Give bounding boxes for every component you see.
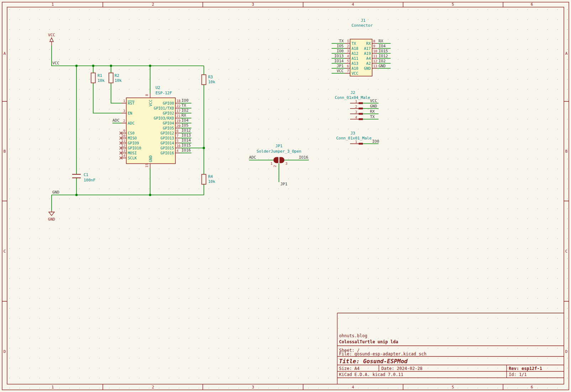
r2-value: 10k (115, 78, 122, 83)
j1-pin-number: 9 (373, 44, 375, 48)
u2-pin-name: MOSI (128, 151, 137, 155)
u2-pin-number: 20 (176, 124, 181, 128)
j1-pin-number: 8 (373, 39, 375, 43)
j1-pin-name: TX (351, 41, 356, 46)
u2-pin-name: GND (148, 155, 153, 162)
u2-pin-name: VCC (148, 100, 153, 106)
col-label-top: 4 (352, 2, 354, 7)
u2-pin-number: 9 (123, 129, 125, 133)
u2-pin-name: EN (128, 111, 132, 115)
sheet-frame (2, 2, 569, 390)
titleblock-tool: KiCad E.D.A. kicad 7.0.11 (339, 372, 403, 377)
net-label: TX (181, 103, 186, 108)
u2-pin-number: 7 (176, 134, 179, 138)
row-label-right: D (565, 349, 568, 354)
net-label: JP1 (280, 182, 287, 186)
net-label: IO15 (181, 143, 191, 148)
col-label-bottom: 6 (531, 385, 533, 390)
j1-pin-name: A17 (364, 46, 371, 51)
titleblock-title: Title: Gosund-ESPMod (339, 358, 408, 365)
jp1-wires (249, 160, 309, 182)
net-label: RX (181, 113, 186, 118)
r3-body (202, 75, 206, 85)
titleblock-size: Size: A4 (339, 366, 360, 371)
titleblock-rev: Rev: esp12f-1 (509, 366, 542, 371)
row-label-left: B (4, 149, 6, 154)
net-label: VCC (370, 99, 377, 103)
row-label-right: B (565, 149, 568, 154)
u2-pin-number: 8 (145, 94, 149, 96)
net-label: IO2 (379, 59, 386, 63)
j2-pin-number: 3 (355, 110, 357, 114)
net-label: IO4 (379, 44, 386, 48)
u2-pin-name: GPIO12 (160, 131, 174, 135)
u2-pin-number: 4 (176, 149, 179, 153)
j3-reference: J3 (350, 131, 355, 136)
c1-body (72, 174, 81, 178)
r3-value: 10k (208, 80, 215, 84)
u2-pin-number: 12 (121, 144, 125, 148)
u2-pin-name: ADC (128, 121, 134, 125)
r4-body (202, 174, 206, 184)
net-label: IO5 (337, 44, 344, 48)
net-label: IO14 (334, 59, 344, 63)
net-label: GND (379, 64, 386, 68)
j1-pin-number: 4 (347, 54, 349, 58)
c1-reference: C1 (84, 173, 88, 177)
gnd-power-label: GND (48, 217, 55, 222)
u2-pin-number: 16 (176, 144, 181, 148)
net-label: GND (370, 104, 377, 108)
vcc-power-symbol (50, 38, 53, 46)
r4-reference: R4 (208, 174, 213, 179)
net-label: IO5 (181, 123, 189, 128)
u2-pin-name: GPIO9 (128, 141, 139, 145)
net-label: JP1 (337, 64, 344, 68)
u2-pin-number: 11 (121, 139, 126, 143)
j1-pin-number: 10 (373, 49, 377, 53)
gnd-power-symbol (49, 211, 54, 216)
j1-pin-name: A13 (351, 61, 358, 65)
net-label: RX (379, 39, 384, 43)
net-label: IO16 (181, 148, 191, 153)
row-label-left: D (4, 349, 6, 354)
net-label: IO16 (299, 155, 308, 160)
j1-pin-number: 12 (373, 59, 377, 63)
net-label: TX (370, 115, 375, 119)
u2-pin-number: 6 (176, 129, 179, 133)
u2-pin-name: CS0 (128, 131, 134, 135)
u2-pin-number: 10 (121, 134, 126, 138)
j2-pin-number: 2 (355, 105, 357, 108)
u2-pin-number: 14 (121, 154, 126, 158)
net-label: RX (370, 109, 375, 114)
r1-value: 10k (97, 78, 105, 83)
jp1-pin-number: 3 (285, 161, 287, 165)
j1-pin-number: 2 (347, 44, 349, 48)
u2-pin-name: GPIO5 (163, 126, 174, 130)
u2-pin-number: 22 (176, 104, 180, 108)
j2-pin-number: 4 (355, 115, 357, 119)
j1-pin-name: VCC (351, 71, 358, 75)
col-label-bottom: 4 (352, 385, 354, 390)
u2-pin-number: 5 (176, 139, 179, 143)
j1-pin-number: 6 (347, 64, 349, 68)
j1-value: Connector (351, 23, 373, 28)
col-label-bottom: 5 (452, 385, 454, 390)
u2-pin-number: 2 (123, 119, 125, 123)
j1-pin-name: A12 (351, 51, 358, 55)
titleblock-file: File: gosund-esp-adapter.kicad_sch (339, 351, 427, 356)
net-label: IO0 (337, 49, 344, 53)
u2-pin-name: GPIO14 (160, 141, 174, 145)
schematic-canvas: 1 2 3 4 5 6 1 2 3 4 5 6 A B C D A B C D (0, 0, 571, 392)
j3-pin-tab (359, 143, 363, 145)
col-label-top: 6 (531, 2, 533, 7)
u2-reference: U2 (155, 85, 160, 90)
u2-pin-number: 13 (121, 149, 125, 153)
jp1-value: SolderJumper_3_Open (257, 149, 301, 154)
net-label: IO14 (181, 138, 191, 143)
u2-pin-name: GPIO13 (160, 136, 174, 140)
adc-net-label: ADC (112, 118, 120, 123)
col-label-top: 2 (152, 2, 154, 7)
u2-pin-number: 15 (145, 164, 149, 168)
net-label: IO0 (181, 98, 189, 103)
titleblock-company-url: ohnuts.blog (339, 333, 367, 338)
